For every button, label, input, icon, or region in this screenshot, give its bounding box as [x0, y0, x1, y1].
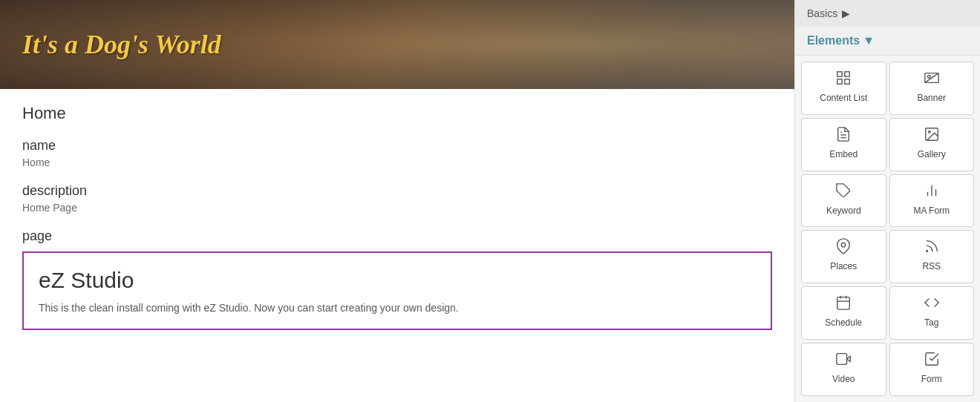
description-value: Home Page: [22, 202, 772, 214]
element-places[interactable]: Places: [801, 230, 886, 283]
svg-rect-0: [837, 72, 842, 76]
hero-banner: It's a Dog's World: [0, 0, 794, 89]
element-banner-label: Banner: [917, 93, 946, 103]
element-tag-label: Tag: [924, 317, 938, 328]
form-icon: [924, 351, 940, 369]
element-content-list[interactable]: Content List: [801, 62, 886, 115]
places-icon: [835, 238, 852, 257]
element-keyword[interactable]: Keyword: [801, 174, 886, 228]
description-field-group: description Home Page: [22, 183, 772, 214]
hero-title: It's a Dog's World: [0, 14, 244, 75]
description-label: description: [22, 183, 772, 199]
element-video[interactable]: Video: [801, 343, 886, 396]
page-field-group: page eZ Studio This is the clean install…: [22, 228, 772, 330]
page-label: page: [22, 228, 772, 244]
name-label: name: [22, 138, 772, 154]
element-tag[interactable]: Tag: [889, 286, 975, 340]
element-rss[interactable]: RSS: [889, 230, 975, 283]
element-embed[interactable]: Embed: [801, 118, 886, 171]
name-field-group: name Home: [22, 138, 772, 168]
elements-grid: Content List Banner Embed Gallery: [795, 56, 980, 402]
embed-icon: [835, 126, 852, 145]
elements-arrow: ▼: [863, 34, 875, 47]
page-block-desc: This is the clean install coming with eZ…: [39, 302, 756, 314]
svg-point-15: [842, 243, 846, 248]
schedule-icon: [835, 294, 852, 313]
page-details: Home name Home description Home Page pag…: [0, 89, 794, 402]
element-keyword-label: Keyword: [826, 205, 861, 216]
tag-icon: [924, 294, 940, 313]
page-block: eZ Studio This is the clean install comi…: [22, 251, 772, 330]
element-gallery[interactable]: Gallery: [889, 118, 975, 171]
element-ma-form-label: MA Form: [913, 205, 950, 216]
basics-header[interactable]: Basics ▶: [795, 0, 980, 27]
home-heading: Home: [22, 104, 772, 123]
gallery-icon: [924, 126, 940, 145]
svg-rect-17: [837, 297, 850, 310]
element-embed-label: Embed: [829, 149, 858, 159]
element-gallery-label: Gallery: [918, 149, 946, 159]
basics-arrow: ▶: [842, 7, 850, 19]
element-ma-form[interactable]: MA Form: [889, 174, 975, 228]
home-heading-group: Home: [22, 104, 772, 123]
element-video-label: Video: [832, 374, 855, 384]
svg-rect-1: [845, 72, 849, 76]
elements-label: Elements: [807, 34, 860, 47]
element-content-list-label: Content List: [820, 93, 867, 103]
banner-icon: [924, 70, 940, 88]
ma-form-icon: [924, 182, 940, 201]
svg-rect-21: [837, 354, 847, 365]
element-places-label: Places: [830, 261, 857, 271]
element-schedule[interactable]: Schedule: [801, 286, 886, 340]
keyword-icon: [835, 182, 852, 201]
page-block-title: eZ Studio: [39, 268, 756, 293]
basics-label: Basics: [807, 7, 837, 19]
svg-marker-22: [847, 356, 851, 361]
svg-point-16: [926, 251, 927, 252]
video-icon: [835, 351, 852, 369]
elements-header[interactable]: Elements ▼: [795, 27, 980, 56]
svg-line-6: [925, 73, 938, 83]
element-rss-label: RSS: [922, 261, 941, 271]
svg-rect-2: [837, 79, 842, 84]
svg-rect-3: [845, 79, 849, 84]
right-panel: Basics ▶ Elements ▼ Content List Banner: [794, 0, 980, 402]
svg-point-5: [927, 75, 930, 78]
element-form-label: Form: [921, 374, 942, 384]
content-list-icon: [835, 70, 852, 88]
element-schedule-label: Schedule: [825, 317, 862, 328]
element-banner[interactable]: Banner: [889, 62, 975, 115]
main-content: It's a Dog's World Home name Home descri…: [0, 0, 794, 402]
rss-icon: [924, 238, 940, 257]
element-form[interactable]: Form: [889, 343, 975, 396]
name-value: Home: [22, 156, 772, 168]
svg-point-10: [928, 131, 930, 133]
